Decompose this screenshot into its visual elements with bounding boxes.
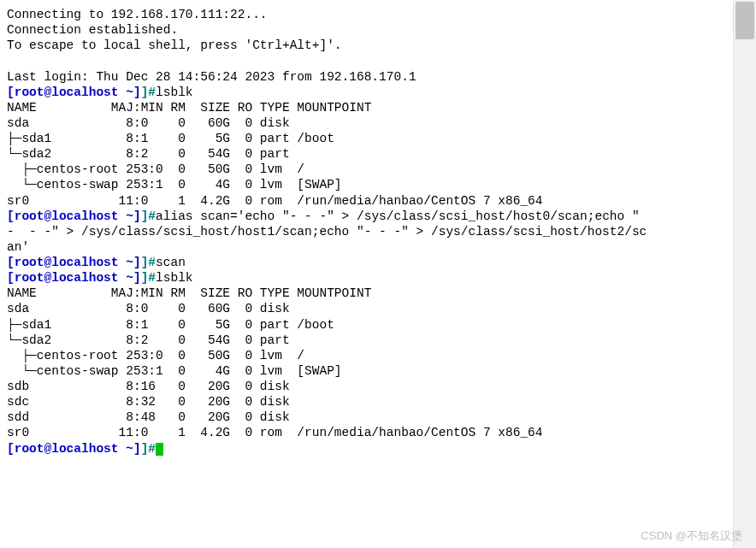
prompt-user: root@localhost [15, 209, 119, 223]
lsblk-header-2: NAME MAJ:MIN RM SIZE RO TYPE MOUNTPOINT [7, 286, 371, 300]
prompt-close: ]# [141, 271, 156, 285]
prompt-close: ]# [141, 209, 156, 223]
lsblk2-row: └─sda2 8:2 0 54G 0 part [7, 333, 297, 347]
lsblk2-row: sda 8:0 0 60G 0 disk [7, 302, 297, 315]
prompt-open: [ [7, 85, 15, 99]
scrollbar-track[interactable]: ︿ [733, 0, 756, 548]
prompt-open: [ [7, 442, 15, 456]
lsblk-header-1: NAME MAJ:MIN RM SIZE RO TYPE MOUNTPOINT [7, 101, 371, 115]
cmd-alias-l3: an' [7, 240, 29, 254]
prompt-close: ]# [141, 85, 156, 99]
cmd-alias-l1: alias scan='echo "- - -" > /sys/class/sc… [156, 209, 640, 223]
prompt-user: root@localhost [15, 442, 119, 456]
established-line: Connection established. [7, 23, 178, 37]
lsblk1-row: ├─sda1 8:1 0 5G 0 part /boot [7, 132, 334, 145]
cmd-lsblk-2: lsblk [156, 271, 193, 285]
prompt-user: root@localhost [15, 271, 119, 285]
lsblk2-row: sdc 8:32 0 20G 0 disk [7, 395, 297, 409]
prompt-path: ~] [119, 85, 141, 99]
lsblk1-row: └─sda2 8:2 0 54G 0 part [7, 147, 297, 161]
lsblk2-row: sdb 8:16 0 20G 0 disk [7, 380, 297, 393]
lsblk1-row: sr0 11:0 1 4.2G 0 rom /run/media/hanbao/… [7, 194, 543, 208]
scrollbar-thumb[interactable] [735, 2, 754, 39]
prompt-open: [ [7, 271, 15, 285]
lsblk2-row: sdd 8:48 0 20G 0 disk [7, 410, 297, 424]
cmd-scan: scan [156, 256, 186, 269]
terminal-output[interactable]: Connecting to 192.168.170.111:22... Conn… [0, 0, 733, 548]
lsblk2-row: sr0 11:0 1 4.2G 0 rom /run/media/hanbao/… [7, 426, 543, 439]
prompt-user: root@localhost [15, 85, 119, 99]
lsblk1-row: ├─centos-root 253:0 0 50G 0 lvm / [7, 162, 304, 176]
lsblk1-row: sda 8:0 0 60G 0 disk [7, 116, 297, 130]
lsblk2-row: └─centos-swap 253:1 0 4G 0 lvm [SWAP] [7, 364, 342, 378]
cmd-alias-l2: - - -" > /sys/class/scsi_host/host1/scan… [7, 225, 647, 239]
cursor-icon [156, 443, 163, 456]
prompt-path: ~] [119, 209, 141, 223]
lsblk2-row: ├─sda1 8:1 0 5G 0 part /boot [7, 318, 334, 332]
lsblk1-row: └─centos-swap 253:1 0 4G 0 lvm [SWAP] [7, 178, 342, 192]
prompt-user: root@localhost [15, 256, 119, 269]
prompt-path: ~] [119, 271, 141, 285]
lsblk2-row: ├─centos-root 253:0 0 50G 0 lvm / [7, 349, 304, 362]
cmd-lsblk-1: lsblk [156, 85, 193, 99]
prompt-path: ~] [119, 442, 141, 456]
prompt-path: ~] [119, 256, 141, 269]
prompt-open: [ [7, 209, 15, 223]
escape-hint: To escape to local shell, press 'Ctrl+Al… [7, 38, 342, 52]
connect-line: Connecting to 192.168.170.111:22... [7, 8, 268, 21]
prompt-close: ]# [141, 256, 156, 269]
prompt-close: ]# [141, 442, 156, 456]
prompt-open: [ [7, 256, 15, 269]
last-login: Last login: Thu Dec 28 14:56:24 2023 fro… [7, 70, 416, 84]
